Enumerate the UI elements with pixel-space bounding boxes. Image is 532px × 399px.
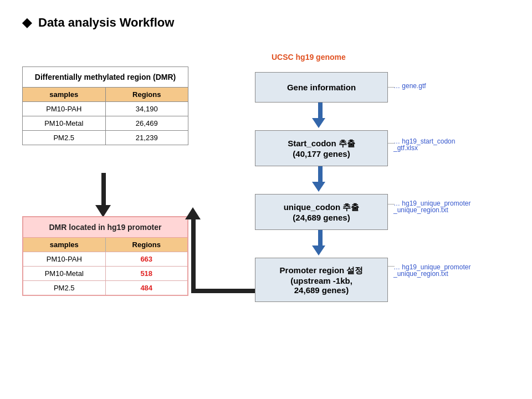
table-row: PM10-PAH 34,190	[23, 101, 188, 116]
ucsc-label: UCSC hg19 genome	[272, 53, 346, 62]
arrow-head-2	[312, 182, 325, 192]
sample-name: PM10-PAH	[23, 252, 106, 266]
col-regions-label: Regions	[106, 88, 188, 101]
connector-3	[388, 204, 395, 204]
arrow-head-1	[312, 118, 325, 128]
arrow-shaft-left	[101, 173, 106, 206]
connector-2	[388, 143, 395, 144]
table-row: PM2.5 21,239	[23, 130, 188, 145]
table-row: PM2.5 484	[23, 280, 187, 295]
table-row: PM10-Metal 518	[23, 266, 187, 280]
promoter-box: Promoter region 설정 (upstream -1kb, 24,68…	[255, 258, 388, 302]
sample-name: PM2.5	[23, 281, 106, 295]
arrow-head-3	[312, 245, 325, 255]
region-value: 21,239	[106, 131, 188, 145]
sample-name: PM10-PAH	[23, 102, 106, 116]
unique-codon-box: unique_codon 추출 (24,689 genes)	[255, 194, 388, 230]
region-value: 34,190	[106, 102, 188, 116]
side-label-hg19-promoter-2: _unique_region.txt	[393, 270, 448, 278]
sample-name: PM10-Metal	[23, 116, 106, 130]
page-title: ◆ Data analysis Workflow	[22, 16, 174, 30]
region-value: 26,469	[106, 116, 188, 130]
title-text: Data analysis Workflow	[38, 16, 174, 30]
unique-codon-label: unique_codon 추출 (24,689 genes)	[284, 202, 360, 222]
arrow-shaft-1	[318, 103, 323, 119]
dmr-bottom-table: DMR located in hg19 promoter samples Reg…	[22, 216, 188, 296]
col-samples-label: samples	[23, 88, 106, 101]
start-codon-label: Start_codon 추출 (40,177 genes)	[288, 139, 355, 158]
arrow-shaft-2	[318, 166, 323, 183]
region-value: 484	[106, 281, 188, 295]
connector-4	[388, 266, 395, 267]
arrow-shaft-3	[318, 230, 323, 247]
table-row: PM10-Metal 26,469	[23, 116, 188, 130]
big-arrow-v-shaft	[191, 216, 196, 293]
dmr-top-header: Differentially methylated region (DMR)	[23, 67, 188, 88]
side-label-gene-gtf: … gene.gtf	[393, 82, 426, 90]
promoter-label: Promoter region 설정 (upstream -1kb, 24,68…	[280, 265, 364, 295]
col-regions-label: Regions	[106, 238, 188, 252]
big-arrow-head	[185, 207, 201, 219]
sample-name: PM2.5	[23, 131, 106, 145]
dmr-bottom-subheader: samples Regions	[23, 238, 187, 252]
side-label-hg19-unique-2: _unique_region.txt	[393, 206, 448, 214]
region-value: 663	[106, 252, 188, 266]
dmr-bottom-header: DMR located in hg19 promoter	[23, 217, 187, 238]
gene-info-box: Gene information	[255, 72, 388, 103]
table-row: PM10-PAH 663	[23, 252, 187, 266]
region-value: 518	[106, 267, 188, 280]
connector-1	[388, 87, 395, 88]
big-arrow-h-shaft	[191, 289, 255, 293]
dmr-top-subheader: samples Regions	[23, 88, 188, 101]
sample-name: PM10-Metal	[23, 267, 106, 280]
gene-info-label: Gene information	[287, 83, 356, 92]
side-label-hg19-start-2: _gtf.xlsx	[393, 144, 418, 152]
arrow-head-left	[95, 205, 111, 217]
dmr-top-table: Differentially methylated region (DMR) s…	[22, 66, 188, 145]
col-samples-label: samples	[23, 238, 106, 252]
start-codon-box: Start_codon 추출 (40,177 genes)	[255, 130, 388, 166]
